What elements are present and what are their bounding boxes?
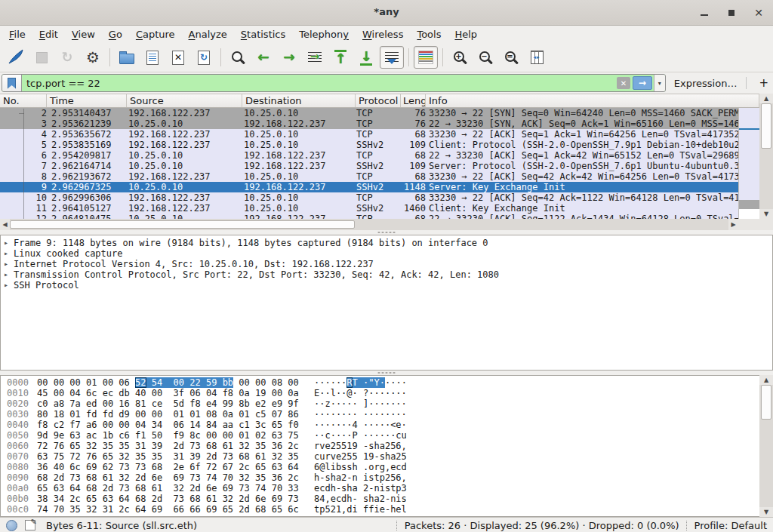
filter-clear-button[interactable]: ✕ [617, 77, 630, 89]
hex-row[interactable]: 007063 75 72 76 65 32 35 35 31 39 2d 73 … [1, 451, 772, 462]
detail-row[interactable]: ▸Frame 9: 1148 bytes on wire (9184 bits)… [1, 238, 772, 248]
hex-row[interactable]: 001045 00 04 6c ec db 40 00 3f 06 04 f8 … [1, 388, 772, 398]
status-profile[interactable]: Profile: Default [694, 520, 767, 531]
menu-tools[interactable]: Tools [410, 26, 448, 42]
packet-minimap[interactable] [738, 108, 759, 219]
resize-columns-button[interactable] [525, 46, 549, 69]
hex-row[interactable]: 0040f8 c2 f7 a6 00 00 04 34 06 14 84 aa … [1, 420, 772, 430]
reload-file-button[interactable]: ↻ [192, 46, 216, 69]
menu-analyze[interactable]: Analyze [182, 26, 234, 42]
menu-edit[interactable]: Edit [32, 26, 65, 42]
close-button[interactable]: ✕ [753, 8, 764, 18]
menu-capture[interactable]: Capture [129, 26, 182, 42]
add-filter-button[interactable]: + [754, 76, 773, 90]
menu-telephony[interactable]: Telephony [292, 26, 356, 42]
packet-row[interactable]: 102.962996306192.168.122.23710.25.0.10TC… [0, 192, 738, 203]
column-header-info[interactable]: Info [426, 94, 759, 107]
packet-row[interactable]: 72.96216471410.25.0.10192.168.122.237SSH… [0, 161, 738, 171]
column-header-source[interactable]: Source [127, 94, 242, 107]
open-file-button[interactable] [115, 46, 139, 69]
go-back-button[interactable]: ← [251, 46, 276, 69]
scroll-up-icon[interactable]: ▲ [759, 375, 773, 385]
detail-row[interactable]: ▸SSH Protocol [1, 280, 772, 291]
hex-row[interactable]: 00a065 63 64 68 2d 73 68 61 32 2d 6e 69 … [1, 483, 772, 494]
hex-row[interactable]: 006072 76 65 32 35 35 31 39 2d 73 68 61 … [1, 441, 772, 451]
save-file-button[interactable] [140, 46, 165, 69]
vscroll-thumb[interactable] [761, 103, 771, 149]
minimize-button[interactable] [699, 8, 710, 18]
auto-scroll-button[interactable] [380, 46, 404, 69]
zoom-in-button[interactable]: + [448, 46, 472, 69]
scroll-down-icon[interactable]: ▼ [759, 209, 773, 219]
expander-icon[interactable]: ▸ [1, 238, 11, 248]
packet-row[interactable]: 52.953835169192.168.122.23710.25.0.10SSH… [0, 140, 738, 150]
menu-statistics[interactable]: Statistics [234, 26, 292, 42]
packet-row[interactable]: 122.96481047510.25.0.10192.168.122.237TC… [0, 214, 738, 219]
zoom-reset-button[interactable]: = [499, 46, 523, 69]
hex-row[interactable]: 008036 40 6c 69 62 73 73 68 2e 6f 72 67 … [1, 462, 772, 472]
display-filter-input[interactable]: tcp.port == 22 [22, 75, 617, 91]
hex-row[interactable]: 003080 18 01 fd fd d9 00 00 01 01 08 0a … [1, 409, 772, 420]
go-last-button[interactable]: ↓ [354, 46, 378, 69]
scroll-up-icon[interactable]: ▲ [759, 94, 773, 103]
start-capture-button[interactable] [4, 46, 28, 69]
packet-row[interactable]: 112.964105127192.168.122.23710.25.0.10SS… [0, 203, 738, 214]
column-header-length[interactable]: Length [401, 94, 426, 107]
hex-ascii: rve25519 -sha256, [314, 441, 407, 451]
zoom-out-button[interactable]: − [473, 46, 497, 69]
packet-row[interactable]: 42.953635672192.168.122.23710.25.0.10TCP… [0, 129, 738, 140]
filter-dropdown-button[interactable]: ▾ [654, 75, 665, 91]
menu-help[interactable]: Help [448, 26, 484, 42]
go-first-button[interactable]: ↑ [328, 46, 353, 69]
hscroll-thumb[interactable] [10, 220, 355, 229]
packet-row[interactable]: 82.962193672192.168.122.23710.25.0.10TCP… [0, 171, 738, 182]
hex-row[interactable]: 00c074 70 35 32 31 2c 64 69 66 66 69 65 … [1, 504, 772, 515]
column-header-protocol[interactable]: Protocol [356, 94, 401, 107]
expander-icon[interactable]: ▸ [1, 259, 11, 269]
menu-file[interactable]: File [2, 26, 32, 42]
column-header-no[interactable]: No. [0, 94, 47, 107]
scroll-left-icon[interactable]: ◀ [0, 219, 10, 230]
capture-comment-icon[interactable] [25, 520, 35, 530]
filter-apply-button[interactable]: → [633, 76, 652, 90]
toolbar-separator [442, 48, 443, 66]
packet-list-hscrollbar[interactable]: ◀ ▶ [0, 219, 738, 230]
hex-row[interactable]: 009068 2d 73 68 61 32 2d 6e 69 73 74 70 … [1, 472, 772, 483]
go-forward-button[interactable]: → [277, 46, 301, 69]
menu-go[interactable]: Go [102, 26, 129, 42]
hex-row[interactable]: 00b038 34 2c 65 63 64 68 2d 73 68 61 32 … [1, 494, 772, 504]
hex-row[interactable]: 00509d 9e 63 ac 1b c6 f1 50 f9 8c 00 00 … [1, 430, 772, 441]
expert-info-icon[interactable] [6, 520, 17, 531]
status-right: Packets: 26 · Displayed: 25 (96.2%) · Dr… [390, 520, 773, 531]
hex-row[interactable]: 000000 00 00 01 00 06 52 54 00 22 59 bb … [1, 377, 772, 388]
packet-row[interactable]: 22.953140437192.168.122.23710.25.0.10TCP… [0, 108, 738, 118]
stop-capture-button [29, 46, 54, 69]
capture-options-button[interactable]: ⚙ [81, 46, 105, 69]
column-header-time[interactable]: Time [47, 94, 127, 107]
find-packet-button[interactable] [226, 46, 250, 69]
hex-row[interactable]: 0020c0 a8 7a ed 00 16 81 ce 5d f8 e4 99 … [1, 398, 772, 409]
detail-row[interactable]: ▸Transmission Control Protocol, Src Port… [1, 269, 772, 280]
expander-icon[interactable]: ▸ [1, 248, 11, 259]
scroll-down-icon[interactable]: ▼ [759, 507, 773, 517]
detail-row[interactable]: ▸Linux cooked capture [1, 248, 772, 259]
column-header-destination[interactable]: Destination [242, 94, 356, 107]
maximize-button[interactable] [726, 8, 737, 18]
expander-icon[interactable]: ▸ [1, 269, 11, 280]
expression-button[interactable]: Expression… [674, 78, 738, 89]
packet-row[interactable]: 92.96296732510.25.0.10192.168.122.237SSH… [0, 182, 738, 192]
packet-row[interactable]: 62.95420981710.25.0.10192.168.122.237TCP… [0, 150, 738, 161]
go-to-packet-button[interactable]: → [303, 46, 327, 69]
close-file-button[interactable]: ✕ [166, 46, 190, 69]
packet-list-vscrollbar[interactable]: ▲ ▼ [759, 94, 773, 219]
scroll-right-icon[interactable]: ▶ [728, 219, 738, 230]
colorize-button[interactable] [414, 46, 438, 69]
bytes-pane-vscrollbar[interactable]: ▲ ▼ [759, 375, 773, 517]
vscroll-thumb[interactable] [761, 385, 771, 420]
detail-row[interactable]: ▸Internet Protocol Version 4, Src: 10.25… [1, 259, 772, 269]
filter-bookmark-button[interactable] [2, 75, 22, 91]
menu-wireless[interactable]: Wireless [356, 26, 410, 42]
packet-row[interactable]: 32.95362123910.25.0.10192.168.122.237TCP… [0, 118, 738, 129]
menu-view[interactable]: View [65, 26, 102, 42]
expander-icon[interactable]: ▸ [1, 280, 11, 291]
